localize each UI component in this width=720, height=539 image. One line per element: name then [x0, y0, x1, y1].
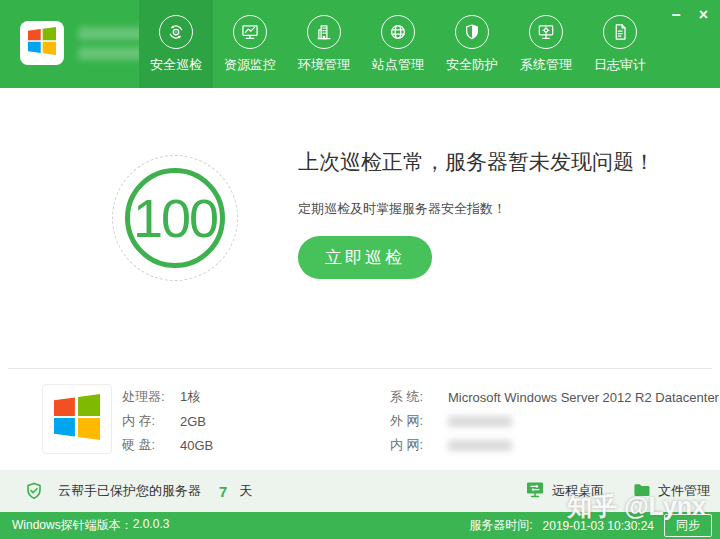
sync-button[interactable]: 同步 [664, 514, 712, 537]
disk-value: 40GB [180, 438, 213, 453]
memory-value: 2GB [180, 414, 206, 429]
tab-site-management[interactable]: 站点管理 [361, 0, 435, 88]
security-score-ring: 100 [112, 155, 238, 281]
tab-resource-monitor[interactable]: 资源监控 [213, 0, 287, 88]
protection-bar: 云帮手已保护您的服务器 7 天 远程桌面 [0, 470, 720, 512]
shield-check-icon [24, 481, 44, 501]
tab-environment-management[interactable]: 环境管理 [287, 0, 361, 88]
protection-days-unit: 天 [239, 482, 252, 500]
probe-version-label: Windows探针端版本： [12, 517, 133, 534]
lan-row: 内 网: [390, 433, 719, 457]
redacted-wan-ip [448, 416, 512, 427]
tab-system-management[interactable]: 系统管理 [509, 0, 583, 88]
status-bar: Windows探针端版本： 2.0.0.3 服务器时间: 2019-01-03 … [0, 512, 720, 539]
inspect-now-button[interactable]: 立即巡检 [298, 236, 432, 279]
window-controls: – × [672, 6, 708, 24]
wan-row: 外 网: [390, 409, 719, 433]
inspection-result-title: 上次巡检正常，服务器暂未发现问题！ [298, 148, 655, 176]
score-ring-inner: 100 [125, 168, 225, 268]
protection-days: 7 [219, 483, 227, 500]
tab-label: 系统管理 [520, 56, 572, 74]
section-divider [8, 368, 712, 369]
redacted-lan-ip [448, 440, 512, 451]
status-bar-right: 服务器时间: 2019-01-03 10:30:24 同步 [469, 514, 712, 537]
server-time-value: 2019-01-03 10:30:24 [543, 519, 654, 533]
protection-text: 云帮手已保护您的服务器 [58, 482, 201, 500]
probe-version-value: 2.0.0.3 [133, 517, 170, 534]
header-bar: 安全巡检 资源监控 [0, 0, 720, 88]
tab-label: 环境管理 [298, 56, 350, 74]
memory-label: 内 存: [122, 412, 180, 430]
log-audit-icon [603, 15, 637, 49]
os-row: 系 统: Microsoft Windows Server 2012 R2 Da… [390, 385, 719, 409]
tab-label: 安全防护 [446, 56, 498, 74]
file-manager-label: 文件管理 [658, 482, 710, 500]
probe-version: Windows探针端版本： 2.0.0.3 [12, 517, 169, 534]
security-score: 100 [133, 187, 217, 249]
cpu-value: 1核 [180, 388, 200, 406]
minimize-button[interactable]: – [672, 6, 681, 24]
lan-label: 内 网: [390, 436, 448, 454]
main-nav: 安全巡检 资源监控 [139, 0, 657, 88]
os-label: 系 统: [390, 388, 448, 406]
app-window: 安全巡检 资源监控 [0, 0, 720, 539]
shield-icon [455, 15, 489, 49]
remote-desktop-button[interactable]: 远程桌面 [525, 480, 604, 502]
server-info-right: 系 统: Microsoft Windows Server 2012 R2 Da… [390, 385, 719, 457]
cpu-label: 处理器: [122, 388, 180, 406]
disk-label: 硬 盘: [122, 436, 180, 454]
folder-icon [632, 481, 651, 501]
tab-label: 日志审计 [594, 56, 646, 74]
server-time-label: 服务器时间: [469, 517, 532, 534]
remote-desktop-label: 远程桌面 [552, 482, 604, 500]
tab-label: 安全巡检 [150, 56, 202, 74]
inspection-result-subtitle: 定期巡检及时掌握服务器安全指数！ [298, 200, 506, 218]
disk-row: 硬 盘: 40GB [122, 433, 213, 457]
protection-actions: 远程桌面 文件管理 [525, 480, 710, 502]
windows-logo-icon [28, 27, 56, 59]
system-icon [529, 15, 563, 49]
site-globe-icon [381, 15, 415, 49]
file-manager-button[interactable]: 文件管理 [632, 481, 710, 501]
tab-security-protection[interactable]: 安全防护 [435, 0, 509, 88]
cpu-row: 处理器: 1核 [122, 385, 213, 409]
remote-desktop-icon [525, 480, 545, 502]
os-logo-card [42, 384, 112, 454]
windows-logo-icon [54, 394, 100, 444]
close-button[interactable]: × [699, 6, 708, 24]
tab-security-inspection[interactable]: 安全巡检 [139, 0, 213, 88]
resource-monitor-icon [233, 15, 267, 49]
tab-label: 站点管理 [372, 56, 424, 74]
tab-label: 资源监控 [224, 56, 276, 74]
memory-row: 内 存: 2GB [122, 409, 213, 433]
wan-label: 外 网: [390, 412, 448, 430]
environment-icon [307, 15, 341, 49]
server-info-left: 处理器: 1核 内 存: 2GB 硬 盘: 40GB [122, 385, 213, 457]
windows-logo-card [20, 21, 64, 65]
inspection-icon [159, 15, 193, 49]
tab-log-audit[interactable]: 日志审计 [583, 0, 657, 88]
os-value: Microsoft Windows Server 2012 R2 Datacen… [448, 390, 719, 405]
